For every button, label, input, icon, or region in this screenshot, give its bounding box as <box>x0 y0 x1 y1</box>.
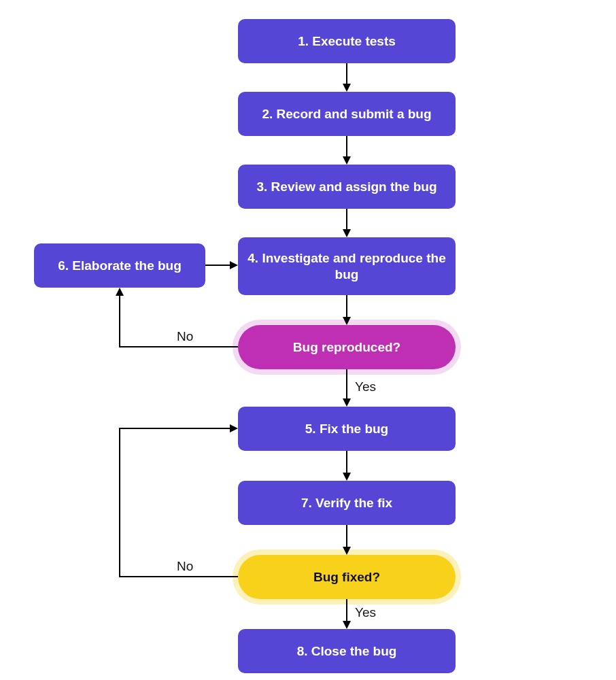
decision-1-label: Bug reproduced? <box>293 339 400 356</box>
svg-marker-16 <box>343 547 351 555</box>
step-8-close-bug: 8. Close the bug <box>238 629 456 673</box>
arrow-7-to-d2 <box>343 525 351 555</box>
arrow-d2-to-8 <box>343 599 351 629</box>
step-6-elaborate-bug: 6. Elaborate the bug <box>34 243 205 288</box>
step-5-fix-bug: 5. Fix the bug <box>238 407 456 451</box>
svg-marker-3 <box>343 156 351 165</box>
svg-marker-18 <box>343 621 351 629</box>
label-d2-no: No <box>175 559 194 574</box>
svg-marker-7 <box>343 317 351 325</box>
svg-marker-5 <box>343 229 351 237</box>
step-3-label: 3. Review and assign the bug <box>256 179 437 195</box>
arrow-1-to-2 <box>343 63 351 92</box>
label-d2-yes: Yes <box>354 605 377 620</box>
label-d1-yes: Yes <box>354 379 377 394</box>
step-6-label: 6. Elaborate the bug <box>58 258 182 274</box>
step-2-label: 2. Record and submit a bug <box>262 106 431 122</box>
svg-marker-9 <box>343 398 351 407</box>
arrow-3-to-4 <box>343 209 351 237</box>
step-1-label: 1. Execute tests <box>298 33 396 50</box>
step-8-label: 8. Close the bug <box>297 643 397 660</box>
decision-bug-reproduced: Bug reproduced? <box>238 325 456 369</box>
arrow-5-to-7 <box>343 451 351 481</box>
step-7-label: 7. Verify the fix <box>301 495 392 511</box>
arrow-2-to-3 <box>343 136 351 165</box>
decision-bug-fixed: Bug fixed? <box>238 555 456 599</box>
step-5-label: 5. Fix the bug <box>305 421 388 437</box>
svg-marker-1 <box>343 84 351 92</box>
decision-2-label: Bug fixed? <box>313 569 380 585</box>
step-4-investigate-reproduce: 4. Investigate and reproduce the bug <box>238 237 456 295</box>
step-2-record-submit: 2. Record and submit a bug <box>238 92 456 136</box>
step-4-label: 4. Investigate and reproduce the bug <box>246 250 447 283</box>
svg-marker-14 <box>343 473 351 481</box>
step-7-verify-fix: 7. Verify the fix <box>238 481 456 525</box>
label-d1-no: No <box>175 329 194 344</box>
arrow-d1-to-5 <box>343 369 351 407</box>
arrow-4-to-d1 <box>343 295 351 325</box>
svg-marker-19 <box>230 424 238 432</box>
step-1-execute-tests: 1. Execute tests <box>238 19 456 63</box>
arrow-6-to-4 <box>205 261 238 269</box>
flowchart: 1. Execute tests 2. Record and submit a … <box>0 0 616 680</box>
svg-marker-10 <box>116 288 124 296</box>
svg-marker-12 <box>230 261 238 269</box>
step-3-review-assign: 3. Review and assign the bug <box>238 165 456 209</box>
